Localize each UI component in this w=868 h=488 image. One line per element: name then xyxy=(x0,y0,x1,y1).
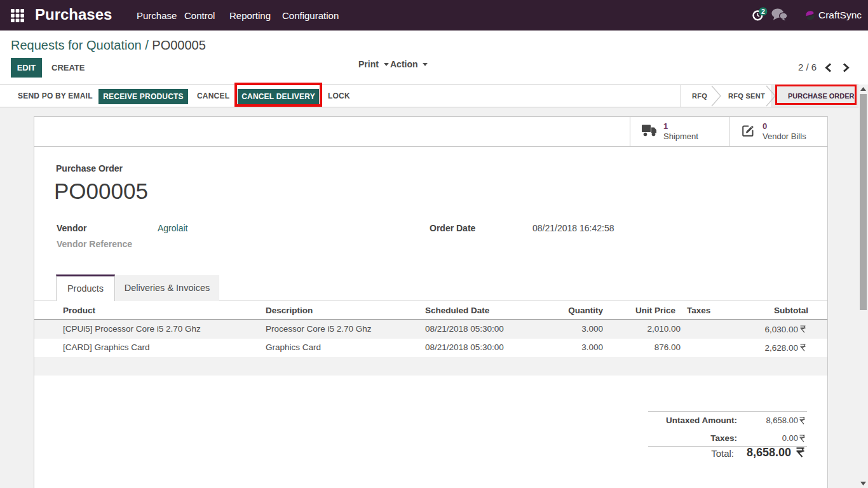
svg-text:2: 2 xyxy=(761,8,765,15)
